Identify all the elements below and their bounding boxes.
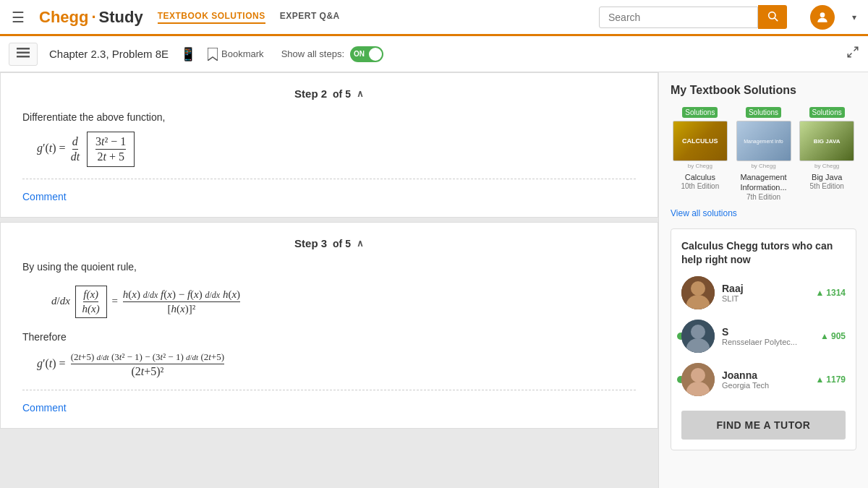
tutor-school-raaj: SLIT <box>722 294 808 303</box>
textbook-cards: Solutions CALCULUS by Chegg Calculus 10t… <box>671 106 856 201</box>
management-cover[interactable]: Management Info <box>736 121 791 161</box>
nav-textbook[interactable]: TEXTBOOK SOLUTIONS <box>158 11 265 24</box>
calculus-cover[interactable]: CALCULUS <box>673 121 728 161</box>
bigjava-title: Big Java <box>797 172 856 182</box>
tutor-section: Calculus Chegg tutors who can help right… <box>671 228 856 450</box>
svg-line-8 <box>848 53 851 57</box>
textbook-card-management: Solutions Management Info by Chegg Manag… <box>734 106 793 201</box>
bigjava-badge: Solutions <box>809 107 845 118</box>
tutor-avatar-raaj <box>681 276 715 309</box>
nav-links: TEXTBOOK SOLUTIONS EXPERT Q&A <box>158 11 340 24</box>
step-3-divider <box>22 390 636 390</box>
mobile-icon: 📱 <box>180 46 196 62</box>
toolbar: Chapter 2.3, Problem 8E 📱 Bookmark Show … <box>0 36 868 72</box>
find-tutor-button[interactable]: FIND ME A TUTOR <box>681 411 846 440</box>
step-2-formula: g′(t) = d dt 3t² − 1 2t + 5 <box>37 132 636 167</box>
chapter-label: Chapter 2.3, Problem 8E <box>49 48 169 60</box>
step-3-body: By using the quoient rule, <box>22 261 636 273</box>
bookmark-label: Bookmark <box>221 48 264 59</box>
management-edition: 7th Edition <box>734 193 793 201</box>
tutor-info-joanna: Joanna Georgia Tech <box>722 369 808 390</box>
svg-marker-6 <box>208 48 218 61</box>
avatar[interactable] <box>810 5 835 30</box>
expand-button[interactable] <box>846 46 859 62</box>
svg-line-7 <box>854 47 858 51</box>
search-button[interactable] <box>758 5 787 29</box>
s-photo <box>681 320 715 353</box>
tutor-item-raaj: Raaj SLIT ▲ 1314 <box>681 276 846 309</box>
tutor-name-s: S <box>722 326 813 338</box>
thumbs-up-raaj-icon: ▲ <box>815 288 824 298</box>
step-2-header: Step 2 of 5 ∧ <box>22 87 636 100</box>
tutor-avatar-s <box>681 320 715 353</box>
bookmark-icon <box>208 48 218 61</box>
tutor-info-raaj: Raaj SLIT <box>722 283 808 303</box>
tutor-rating-value-s: 905 <box>831 331 846 341</box>
hamburger-icon[interactable]: ☰ <box>12 9 25 26</box>
step-2-label: Step 2 <box>294 87 327 100</box>
svg-point-13 <box>691 325 705 339</box>
tutor-item-s: S Rensselaer Polytec... ▲ 905 <box>681 320 846 353</box>
toggle-knob <box>369 48 382 61</box>
step-2-count: of 5 <box>333 88 351 100</box>
step-2-block: Step 2 of 5 ∧ Differentiate the above fu… <box>0 72 658 218</box>
toc-button[interactable] <box>9 43 38 66</box>
management-title: Management Information... <box>734 172 793 193</box>
svg-rect-4 <box>17 51 30 53</box>
step-3-quotient-formula: d/dx f(x) h(x) = h(x) d/dx f(x) − f(x) d… <box>37 281 636 322</box>
step-2-collapse-icon[interactable]: ∧ <box>357 88 364 99</box>
management-by-chegg: by Chegg <box>734 163 793 169</box>
calculus-by-chegg: by Chegg <box>671 163 730 169</box>
step-3-comment-link[interactable]: Comment <box>22 402 67 414</box>
bigjava-cover[interactable]: BIG JAVA <box>799 121 854 161</box>
show-steps-control: Show all steps: ON <box>281 46 383 62</box>
svg-rect-3 <box>17 48 30 50</box>
logo: Chegg·Study <box>39 8 143 27</box>
expand-icon <box>846 46 859 59</box>
content-area: Step 2 of 5 ∧ Differentiate the above fu… <box>0 72 658 488</box>
toggle-on-label: ON <box>354 50 365 58</box>
step-3-collapse-icon[interactable]: ∧ <box>357 238 364 249</box>
view-all-solutions-link[interactable]: View all solutions <box>671 208 856 218</box>
step-3-count: of 5 <box>333 238 351 249</box>
user-icon <box>815 10 830 25</box>
bigjava-by-chegg: by Chegg <box>797 163 856 169</box>
header: ☰ Chegg·Study TEXTBOOK SOLUTIONS EXPERT … <box>0 0 868 36</box>
tutor-rating-joanna: ▲ 1179 <box>815 374 846 385</box>
step-3-label: Step 3 <box>294 237 327 249</box>
my-textbook-solutions-title: My Textbook Solutions <box>671 84 856 97</box>
step-3-block: Step 3 of 5 ∧ By using the quoient rule,… <box>0 222 658 429</box>
svg-point-16 <box>691 368 705 382</box>
svg-point-10 <box>691 281 705 296</box>
search-bar <box>599 5 787 29</box>
step-2-fraction: d dt <box>71 135 80 163</box>
logo-chegg[interactable]: Chegg <box>39 8 88 27</box>
step-3-result-fraction: (2t+5) d/dt (3t² − 1) − (3t² − 1) d/dt (… <box>71 351 224 378</box>
step-2-divider <box>22 179 636 179</box>
management-badge: Solutions <box>746 107 781 118</box>
list-icon <box>17 48 30 58</box>
logo-study[interactable]: Study <box>99 8 143 27</box>
search-input[interactable] <box>599 7 758 28</box>
step-2-body: Differentiate the above function, <box>22 111 636 123</box>
thumbs-up-s-icon: ▲ <box>820 331 829 341</box>
step-3-header: Step 3 of 5 ∧ <box>22 237 636 249</box>
sidebar: My Textbook Solutions Solutions CALCULUS… <box>658 72 868 488</box>
nav-expert[interactable]: EXPERT Q&A <box>280 11 340 24</box>
textbook-card-calculus: Solutions CALCULUS by Chegg Calculus 10t… <box>671 106 730 201</box>
bigjava-edition: 5th Edition <box>797 182 856 190</box>
search-icon <box>767 10 778 22</box>
show-steps-toggle[interactable]: ON <box>350 46 383 62</box>
bookmark-button[interactable]: Bookmark <box>208 48 264 61</box>
tutor-rating-value-raaj: 1314 <box>826 288 846 298</box>
textbook-card-bigjava: Solutions BIG JAVA by Chegg Big Java 5th… <box>797 106 856 201</box>
step-2-inner-fraction: 3t² − 1 2t + 5 <box>95 135 126 163</box>
svg-rect-5 <box>17 56 30 58</box>
tutor-rating-raaj: ▲ 1314 <box>815 288 846 298</box>
show-steps-label: Show all steps: <box>281 48 344 59</box>
tutor-rating-s: ▲ 905 <box>820 331 846 341</box>
step-2-comment-link[interactable]: Comment <box>22 191 67 202</box>
tutor-school-s: Rensselaer Polytec... <box>722 338 813 346</box>
chevron-down-icon[interactable]: ▾ <box>852 12 856 22</box>
step-3-rhs-fraction: h(x) d/dx f(x) − f(x) d/dx h(x) [h(x)]² <box>123 288 240 315</box>
